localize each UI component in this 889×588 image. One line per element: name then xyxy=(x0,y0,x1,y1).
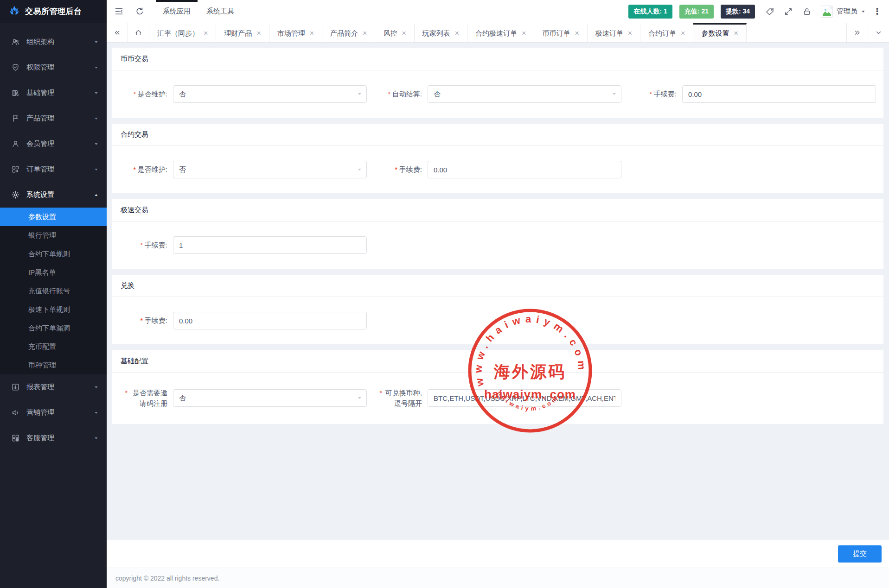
tab-product-intro[interactable]: 产品简介× xyxy=(322,23,375,42)
app-title: 交易所管理后台 xyxy=(25,6,82,17)
field-spot-auto-settle: *自动结算:否▼ xyxy=(367,85,621,103)
sidebar-item-order-mgmt[interactable]: 订单管理▼ xyxy=(0,157,107,182)
tab-market-mgmt[interactable]: 市场管理× xyxy=(269,23,322,42)
scroll-tabs-right-button[interactable] xyxy=(846,23,868,42)
required-asterisk: * xyxy=(380,389,382,397)
section-title: 极速交易 xyxy=(112,199,883,221)
field-label-text: 手续费: xyxy=(654,90,677,98)
topbar-right: 在线人数: 1充值: 21提款: 34 xyxy=(628,5,882,19)
nav-item-system-apps[interactable]: 系统应用 xyxy=(156,0,198,23)
spot-maintain-select[interactable]: 否▼ xyxy=(173,85,367,103)
tab-rate-sync[interactable]: 汇率（同步）× xyxy=(149,23,216,42)
badge-online-count[interactable]: 在线人数: 1 xyxy=(628,5,672,19)
menu-fold-icon[interactable] xyxy=(114,6,124,16)
contract-maintain-select[interactable]: 否▼ xyxy=(173,161,367,178)
logo-icon xyxy=(8,5,20,19)
sidebar-submenu: 参数设置银行管理合约下单规则IP黑名单充值银行账号极速下单规则合约下单漏洞充币配… xyxy=(0,208,107,374)
sidebar-item-system-settings[interactable]: 系统设置▲ xyxy=(0,182,107,208)
sidebar-subitem-fast-order-rules[interactable]: 极速下单规则 xyxy=(0,300,107,319)
tab-close-icon[interactable]: × xyxy=(310,30,314,37)
tab-close-icon[interactable]: × xyxy=(402,30,406,37)
section-body: *是否维护:否▼*自动结算:否▼*手续费: xyxy=(112,70,883,118)
spot-auto-settle-select[interactable]: 否▼ xyxy=(428,85,621,103)
select-caret-icon: ▼ xyxy=(357,92,362,96)
caret-down-icon: ▼ xyxy=(94,66,98,70)
sidebar-subitem-bank-mgmt[interactable]: 银行管理 xyxy=(0,226,107,245)
tab-spot-orders[interactable]: 币币订单× xyxy=(534,23,587,42)
tab-contract-orders[interactable]: 合约订单× xyxy=(640,23,693,42)
user-menu[interactable]: 管理员 ▼ xyxy=(821,6,865,18)
tab-contract-fast-orders[interactable]: 合约极速订单× xyxy=(467,23,534,42)
section-body: *是否维护:否▼*手续费: xyxy=(112,146,883,193)
field-fast-fee: *手续费: xyxy=(112,236,367,254)
need-invite-code-select[interactable]: 否▼ xyxy=(173,389,367,407)
tab-player-list[interactable]: 玩家列表× xyxy=(415,23,467,42)
tabs-dropdown-button[interactable] xyxy=(868,23,889,42)
settings-form: 币币交易*是否维护:否▼*自动结算:否▼*手续费:合约交易*是否维护:否▼*手续… xyxy=(107,43,889,540)
nav-item-system-tools[interactable]: 系统工具 xyxy=(199,0,241,23)
tag-icon[interactable] xyxy=(765,7,774,16)
field-label-text: 是否需要邀请码注册 xyxy=(129,387,167,409)
tab-close-icon[interactable]: × xyxy=(734,30,738,37)
field-label: *手续费: xyxy=(621,89,682,100)
scroll-tabs-left-button[interactable] xyxy=(107,23,128,42)
sidebar-item-member-mgmt[interactable]: 会员管理▼ xyxy=(0,131,107,157)
sidebar-item-base-mgmt[interactable]: 基础管理▼ xyxy=(0,80,107,106)
tab-label: 汇率（同步） xyxy=(157,29,199,38)
tab-close-icon[interactable]: × xyxy=(681,30,685,37)
sidebar-item-label: 权限管理 xyxy=(26,63,94,72)
avatar xyxy=(821,6,833,18)
shield-icon xyxy=(11,63,20,72)
field-exchange-fee: *手续费: xyxy=(112,312,367,329)
tab-fast-orders[interactable]: 极速订单× xyxy=(588,23,640,42)
sidebar-subitem-contract-order-rules[interactable]: 合约下单规则 xyxy=(0,245,107,263)
field-exchangeable-coins: *可兑换币种,逗号隔开 xyxy=(367,387,621,409)
tab-label: 市场管理 xyxy=(277,29,305,38)
sidebar-item-service-mgmt[interactable]: 客服管理▼ xyxy=(0,425,107,451)
sidebar-item-marketing-mgmt[interactable]: 营销管理▼ xyxy=(0,400,107,425)
app-logo: 交易所管理后台 xyxy=(0,0,107,23)
tab-close-icon[interactable]: × xyxy=(363,30,367,37)
sidebar-subitem-param-settings[interactable]: 参数设置 xyxy=(0,208,107,226)
sidebar-subitem-recharge-bank-account[interactable]: 充值银行账号 xyxy=(0,282,107,300)
contract-fee-input[interactable] xyxy=(428,161,621,178)
tab-close-icon[interactable]: × xyxy=(204,30,208,37)
sidebar-subitem-contract-order-loophole[interactable]: 合约下单漏洞 xyxy=(0,319,107,337)
tab-param-settings[interactable]: 参数设置× xyxy=(693,23,746,42)
tab-close-icon[interactable]: × xyxy=(628,30,632,37)
badge-recharge-count[interactable]: 充值: 21 xyxy=(679,5,714,19)
fullscreen-icon[interactable] xyxy=(784,7,793,16)
field-label: *自动结算: xyxy=(367,89,428,100)
tab-close-icon[interactable]: × xyxy=(256,30,261,37)
sidebar-item-org-structure[interactable]: 组织架构▼ xyxy=(0,29,107,55)
tab-wealth-products[interactable]: 理财产品× xyxy=(216,23,269,42)
field-contract-fee: *手续费: xyxy=(367,161,621,178)
tab-risk-control[interactable]: 风控× xyxy=(375,23,414,42)
home-tab-button[interactable] xyxy=(128,23,149,42)
field-label: *手续费: xyxy=(367,164,428,175)
sidebar-item-permission-mgmt[interactable]: 权限管理▼ xyxy=(0,55,107,80)
exchange-fee-input[interactable] xyxy=(173,312,367,329)
tab-label: 产品简介 xyxy=(330,29,358,38)
exchangeable-coins-input[interactable] xyxy=(428,389,621,407)
sidebar-subitem-coin-recharge-config[interactable]: 充币配置 xyxy=(0,337,107,356)
submit-button[interactable]: 提交 xyxy=(838,545,882,563)
more-vertical-icon[interactable]: ⋮ xyxy=(873,6,882,17)
tab-close-icon[interactable]: × xyxy=(522,30,526,37)
tab-close-icon[interactable]: × xyxy=(575,30,579,37)
tabbar-spacer xyxy=(747,23,846,42)
sidebar-subitem-ip-blacklist[interactable]: IP黑名单 xyxy=(0,263,107,282)
person-icon xyxy=(11,139,20,148)
tab-close-icon[interactable]: × xyxy=(455,30,459,37)
username: 管理员 xyxy=(837,7,857,16)
spot-fee-input[interactable] xyxy=(682,85,876,103)
unlock-icon[interactable] xyxy=(802,7,812,16)
sidebar-subitem-coin-mgmt[interactable]: 币种管理 xyxy=(0,356,107,374)
sidebar-item-product-mgmt[interactable]: 产品管理▼ xyxy=(0,106,107,131)
sidebar-item-report-mgmt[interactable]: 报表管理▼ xyxy=(0,374,107,400)
refresh-icon[interactable] xyxy=(135,6,145,16)
badge-withdraw-count[interactable]: 提款: 34 xyxy=(721,5,755,19)
fast-fee-input[interactable] xyxy=(173,236,367,254)
tab-label: 合约订单 xyxy=(648,29,676,38)
field-label-text: 自动结算: xyxy=(392,90,422,98)
